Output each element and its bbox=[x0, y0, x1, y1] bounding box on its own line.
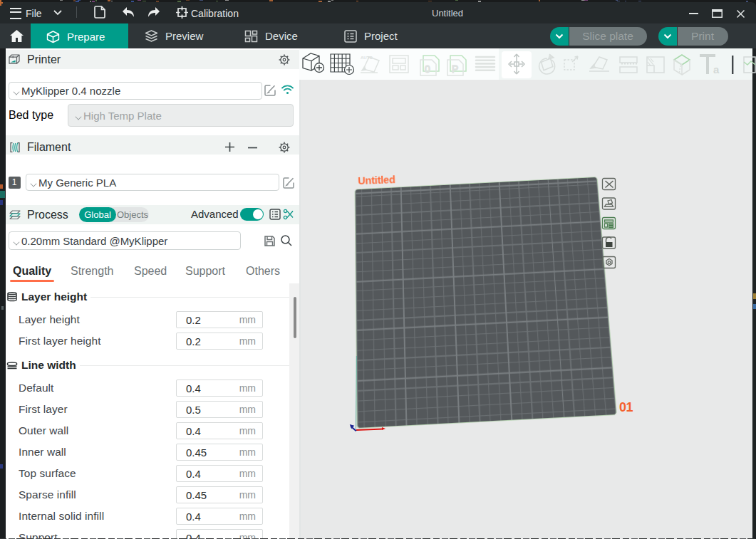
svg-text:0: 0 bbox=[425, 63, 430, 75]
svg-text:AUTO: AUTO bbox=[361, 56, 373, 60]
svg-text:a: a bbox=[713, 63, 720, 75]
svg-text:P: P bbox=[452, 63, 458, 75]
